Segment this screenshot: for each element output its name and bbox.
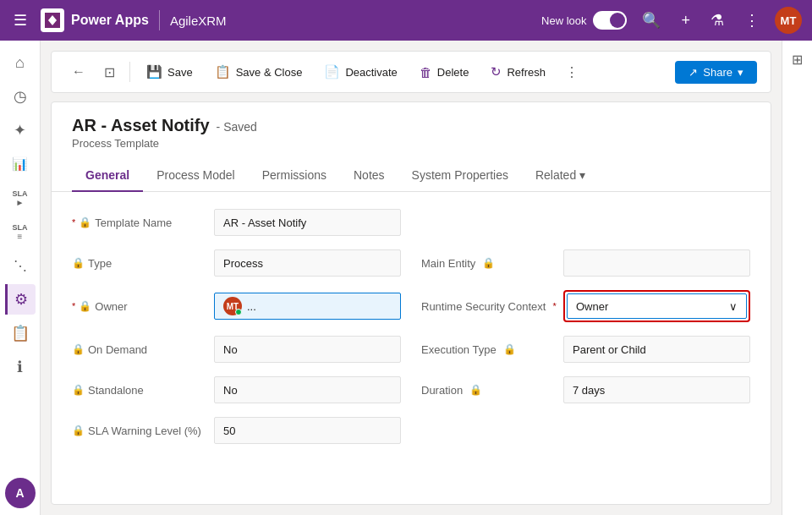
rsc-dropdown-icon: ∨ xyxy=(729,300,738,313)
sidebar-item-sla[interactable]: SLA ► xyxy=(5,183,36,213)
lock-icon: 🔒 xyxy=(79,216,91,228)
form-field-main-entity: Main Entity 🔒 xyxy=(421,249,750,277)
top-navigation: ☰ Power Apps AgileXRM New look 🔍 + ⚗ ⋮ M… xyxy=(0,0,812,41)
form-field-sla-warning: 🔒 SLA Warning Level (%) 50 xyxy=(72,417,401,444)
form-row-sla-warning: 🔒 SLA Warning Level (%) 50 xyxy=(72,417,750,444)
rsc-select[interactable]: Owner ∨ xyxy=(567,293,747,319)
form-body: * 🔒 Template Name AR - Asset Notify 🔒 Ty… xyxy=(52,192,771,461)
new-look-area: New look xyxy=(541,11,627,30)
main-entity-value[interactable] xyxy=(563,249,750,277)
form-field-owner: * 🔒 Owner MT ... xyxy=(72,290,401,322)
lock-icon-sla: 🔒 xyxy=(72,425,85,436)
lock-icon-exec: 🔒 xyxy=(503,343,516,355)
sidebar-bottom-item[interactable]: A xyxy=(5,478,36,508)
sidebar-item-info[interactable]: ℹ xyxy=(5,352,36,382)
form-field-template-name: * 🔒 Template Name AR - Asset Notify xyxy=(72,209,401,236)
delete-icon: 🗑 xyxy=(420,65,432,79)
execution-type-label: Execution Type 🔒 xyxy=(421,343,557,356)
avatar[interactable]: MT xyxy=(775,7,802,34)
deactivate-icon: 📄 xyxy=(324,64,340,79)
form-row-template-name: * 🔒 Template Name AR - Asset Notify xyxy=(72,209,750,236)
hamburger-menu-icon[interactable]: ☰ xyxy=(10,8,30,33)
lock-icon-owner: 🔒 xyxy=(79,300,91,312)
share-dropdown-icon: ▾ xyxy=(738,66,743,79)
standalone-value[interactable]: No xyxy=(214,376,401,403)
form-row-owner-rsc: * 🔒 Owner MT ... xyxy=(72,290,750,322)
related-dropdown-icon: ▾ xyxy=(579,168,585,182)
deactivate-button[interactable]: 📄 Deactivate xyxy=(315,58,406,85)
sidebar-item-sla2[interactable]: SLA ≡ xyxy=(5,216,36,247)
form-field-on-demand: 🔒 On Demand No xyxy=(72,336,401,363)
main-entity-label: Main Entity 🔒 xyxy=(421,257,557,270)
refresh-icon: ↻ xyxy=(491,64,502,79)
save-icon: 💾 xyxy=(146,64,162,79)
form-field-standalone: 🔒 Standalone No xyxy=(72,376,401,403)
online-indicator xyxy=(235,309,242,315)
type-label: 🔒 Type xyxy=(72,257,207,270)
delete-button[interactable]: 🗑 Delete xyxy=(410,59,479,85)
owner-avatar: MT xyxy=(223,297,242,315)
tab-permissions[interactable]: Permissions xyxy=(249,160,340,192)
sidebar-item-home[interactable]: ⌂ xyxy=(5,47,36,78)
form-field-rsc: Runtime Security Context * Owner ∨ xyxy=(421,290,750,322)
type-value[interactable]: Process xyxy=(214,249,401,277)
save-button[interactable]: 💾 Save xyxy=(137,58,202,85)
owner-value[interactable]: MT ... xyxy=(214,293,401,320)
tab-process-model[interactable]: Process Model xyxy=(143,160,249,192)
form-field-duration: Duration 🔒 7 days xyxy=(421,376,750,403)
lock-icon-demand: 🔒 xyxy=(72,343,85,355)
form-title: AR - Asset Notify xyxy=(72,116,210,135)
owner-label: * 🔒 Owner xyxy=(72,300,207,313)
tab-general[interactable]: General xyxy=(72,160,143,192)
standalone-label: 🔒 Standalone xyxy=(72,384,207,397)
form-row-demand-execution: 🔒 On Demand No Execution Type 🔒 Parent o… xyxy=(72,336,750,363)
form-title-row: AR - Asset Notify - Saved xyxy=(72,116,750,135)
save-close-button[interactable]: 📋 Save & Close xyxy=(206,58,312,85)
sidebar-item-hierarchy[interactable]: ⋱ xyxy=(5,250,36,281)
tab-related[interactable]: Related ▾ xyxy=(522,160,599,192)
add-icon[interactable]: + xyxy=(676,8,695,33)
tab-notes[interactable]: Notes xyxy=(340,160,398,192)
org-name: AgileXRM xyxy=(170,14,227,28)
sidebar-item-connections[interactable]: ⚙ xyxy=(5,284,36,315)
share-icon: ↗ xyxy=(689,66,698,79)
form-header: AR - Asset Notify - Saved Process Templa… xyxy=(52,102,771,192)
new-look-toggle[interactable] xyxy=(593,11,627,30)
execution-type-value[interactable]: Parent or Child xyxy=(563,336,750,363)
template-name-value[interactable]: AR - Asset Notify xyxy=(214,209,401,236)
form-card: AR - Asset Notify - Saved Process Templa… xyxy=(51,101,771,505)
lock-icon-duration: 🔒 xyxy=(469,384,482,396)
form-subtitle: Process Template xyxy=(72,137,750,150)
refresh-button[interactable]: ↻ Refresh xyxy=(481,58,555,85)
share-button[interactable]: ↗ Share ▾ xyxy=(675,61,757,84)
content-area: ← ⊡ 💾 Save 📋 Save & Close 📄 Deactivate 🗑… xyxy=(41,41,782,515)
search-icon[interactable]: 🔍 xyxy=(637,8,666,33)
sidebar-item-notes[interactable]: 📋 xyxy=(5,318,36,348)
right-panel-expand-icon[interactable]: ⊞ xyxy=(786,47,809,71)
toolbar: ← ⊡ 💾 Save 📋 Save & Close 📄 Deactivate 🗑… xyxy=(51,51,771,93)
sla-warning-value[interactable]: 50 xyxy=(214,417,401,444)
toolbar-separator-1 xyxy=(129,62,130,82)
form-field-execution-type: Execution Type 🔒 Parent or Child xyxy=(421,336,750,363)
lock-icon-entity: 🔒 xyxy=(482,257,495,269)
sidebar-item-favorites[interactable]: ✦ xyxy=(5,115,36,145)
sidebar-item-chart[interactable]: 📊 xyxy=(5,149,36,179)
rsc-label: Runtime Security Context * xyxy=(421,300,557,313)
form-row-type-entity: 🔒 Type Process Main Entity 🔒 xyxy=(72,249,750,277)
power-apps-icon xyxy=(41,8,64,32)
form-row-standalone-duration: 🔒 Standalone No Duration 🔒 7 days xyxy=(72,376,750,403)
back-button[interactable]: ← xyxy=(65,58,92,85)
sidebar-item-recent[interactable]: ◷ xyxy=(5,81,36,112)
duration-value[interactable]: 7 days xyxy=(563,376,750,403)
right-panel: ⊞ xyxy=(782,41,812,515)
more-options-icon[interactable]: ⋮ xyxy=(739,8,765,33)
tab-system-properties[interactable]: System Properties xyxy=(398,160,522,192)
nav-divider xyxy=(159,10,160,30)
template-name-label: * 🔒 Template Name xyxy=(72,216,207,229)
on-demand-value[interactable]: No xyxy=(214,336,401,363)
new-look-label: New look xyxy=(541,14,586,27)
new-window-button[interactable]: ⊡ xyxy=(96,58,123,85)
filter-icon[interactable]: ⚗ xyxy=(705,8,729,33)
toolbar-more-button[interactable]: ⋮ xyxy=(558,58,585,85)
app-name: Power Apps xyxy=(71,13,149,28)
